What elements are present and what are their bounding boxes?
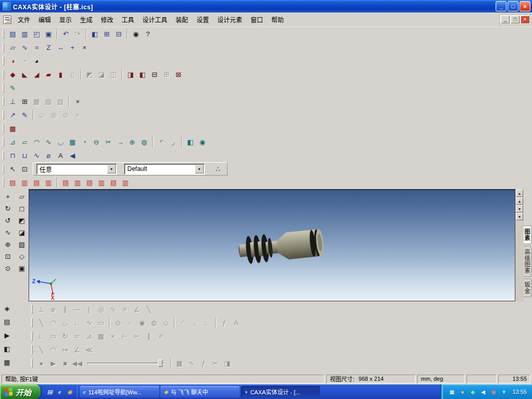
- loft-surface[interactable]: ◡: [55, 136, 66, 148]
- selection-filter-combo[interactable]: 任意 ▼: [36, 164, 117, 175]
- scroll-up[interactable]: ▲: [516, 190, 523, 197]
- helix-curve[interactable]: ∿: [31, 150, 43, 161]
- design-environment[interactable]: ◈: [1, 302, 13, 314]
- catalog-tab[interactable]: 图素: [524, 225, 531, 244]
- wireframe-display[interactable]: ▨: [15, 238, 29, 250]
- perspective-display[interactable]: ◇: [15, 250, 29, 262]
- trim-surface[interactable]: ✂: [102, 136, 114, 148]
- view-config-1[interactable]: ▤: [7, 177, 19, 188]
- new-drawing[interactable]: ▥: [19, 28, 31, 39]
- shaded-display[interactable]: ◪: [15, 227, 29, 238]
- toolbar-grip[interactable]: [3, 83, 4, 92]
- search[interactable]: ◉: [130, 28, 142, 39]
- set-foreground[interactable]: ◧: [137, 69, 149, 80]
- slider-handle[interactable]: [158, 360, 163, 367]
- bump-wizard[interactable]: ◪: [96, 69, 108, 80]
- measure-distance[interactable]: ↗: [7, 109, 19, 121]
- view-config-3[interactable]: ▤: [31, 177, 43, 188]
- render-options[interactable]: ⊠: [172, 69, 184, 80]
- view-config-6[interactable]: ▥: [72, 177, 84, 188]
- surface-trim-solid[interactable]: ◞: [167, 136, 179, 148]
- minimize-button[interactable]: _: [496, 1, 507, 11]
- menu-item[interactable]: 文件: [14, 14, 34, 25]
- menu-item[interactable]: 窗口: [246, 14, 267, 25]
- view-config-9[interactable]: ▤: [108, 177, 119, 188]
- toolbar-grip[interactable]: [3, 29, 4, 38]
- boss-feature[interactable]: ▧: [43, 96, 55, 107]
- toolbar-grip[interactable]: [31, 318, 33, 327]
- surface-analysis[interactable]: ◉: [196, 136, 208, 148]
- chevron-down-icon[interactable]: ▼: [107, 165, 116, 174]
- paint-surface[interactable]: ◣: [19, 69, 31, 80]
- view-config-5[interactable]: ▤: [60, 177, 72, 188]
- tray-volume[interactable]: ◀: [479, 388, 487, 396]
- animation-slider[interactable]: [87, 358, 164, 368]
- toolbar-grip[interactable]: [31, 345, 33, 354]
- menu-item[interactable]: 显示: [55, 14, 76, 25]
- paint-edge[interactable]: ◢: [31, 69, 43, 80]
- extrude-surface[interactable]: ▱: [19, 136, 31, 148]
- surface-fillet[interactable]: ◜: [155, 136, 167, 148]
- apply-decal[interactable]: ▯: [66, 69, 78, 80]
- ruled-surface[interactable]: ⊿: [7, 136, 19, 148]
- insert-spline[interactable]: ≈: [31, 42, 43, 53]
- pan-view[interactable]: +: [1, 191, 15, 202]
- animation-browser[interactable]: ▶: [1, 329, 13, 341]
- decal-wizard[interactable]: ◫: [108, 69, 119, 80]
- task-caxa[interactable]: ◑ CAXA实体设计 - [...: [241, 386, 320, 397]
- emboss-text[interactable]: ⊓: [7, 150, 19, 161]
- context-help[interactable]: ?: [142, 28, 154, 39]
- front-view[interactable]: ◻: [15, 203, 29, 214]
- toolbar-grip[interactable]: [3, 137, 4, 147]
- menu-item[interactable]: 设计元素: [213, 14, 246, 25]
- scene-browser[interactable]: ▤: [1, 316, 13, 327]
- tray-qq[interactable]: ●: [458, 388, 466, 396]
- chevron-down-icon[interactable]: ▼: [195, 165, 204, 174]
- redo[interactable]: ↷: [72, 28, 84, 39]
- patch-surface[interactable]: ◔: [78, 136, 90, 148]
- revolve-surface[interactable]: ◠: [31, 136, 43, 148]
- menu-item[interactable]: 生成: [76, 14, 97, 25]
- remove-feature[interactable]: ×: [72, 96, 84, 107]
- toolbar-grip[interactable]: [31, 304, 33, 314]
- toolbar-grip[interactable]: [3, 124, 4, 133]
- insert-3d-curve[interactable]: ∿: [19, 42, 31, 53]
- mesh-surface[interactable]: ▦: [66, 136, 78, 148]
- display-options[interactable]: ▣: [15, 262, 29, 274]
- spin-view[interactable]: ↺: [1, 215, 15, 226]
- toolbar-grip[interactable]: [3, 110, 4, 119]
- apply-bump[interactable]: ▮: [55, 69, 66, 80]
- task-browser[interactable]: e 114啦网址导航[Ww...: [80, 386, 159, 397]
- mass-properties[interactable]: ≡: [72, 109, 84, 121]
- zoom-window[interactable]: ⊡: [1, 250, 15, 262]
- insert-dimension[interactable]: ↔: [55, 42, 66, 53]
- extend-surface[interactable]: →: [114, 136, 126, 148]
- insert-axis[interactable]: +: [66, 42, 78, 53]
- cavity-feature[interactable]: ▦: [31, 96, 43, 107]
- output-image[interactable]: ◧: [89, 28, 101, 39]
- scroll-down[interactable]: ▼: [516, 205, 523, 212]
- toolbar-grip[interactable]: [3, 178, 4, 187]
- scroll-page-down[interactable]: ▼: [516, 213, 523, 220]
- toolbar-grip[interactable]: [3, 164, 4, 174]
- check-draft[interactable]: ⊙: [60, 109, 72, 121]
- toolbar-grip[interactable]: [3, 151, 4, 160]
- save-file[interactable]: ▣: [43, 28, 55, 39]
- draw-curve[interactable]: ✎: [7, 82, 19, 94]
- menu-item[interactable]: 设置: [192, 14, 213, 25]
- rotate-view[interactable]: ↻: [1, 203, 15, 214]
- style-combo[interactable]: Default ▼: [124, 164, 205, 175]
- smart-render[interactable]: ◑: [7, 55, 19, 66]
- scroll-page-up[interactable]: ▲: [516, 197, 523, 205]
- tray-input-method[interactable]: ▦: [448, 388, 456, 396]
- tray-messenger[interactable]: ◆: [469, 388, 476, 396]
- rib-feature[interactable]: ▨: [55, 96, 66, 107]
- view-config-8[interactable]: ▥: [96, 177, 108, 188]
- apply-texture[interactable]: ▰: [43, 69, 55, 80]
- delete-element[interactable]: ×: [78, 42, 90, 53]
- thicken-surface[interactable]: ◧: [184, 136, 196, 148]
- maximize-button[interactable]: □: [508, 1, 518, 11]
- fill-surface[interactable]: ◍: [138, 136, 150, 148]
- print[interactable]: ⊟: [113, 28, 125, 39]
- set-shadow[interactable]: ⊟: [149, 69, 161, 80]
